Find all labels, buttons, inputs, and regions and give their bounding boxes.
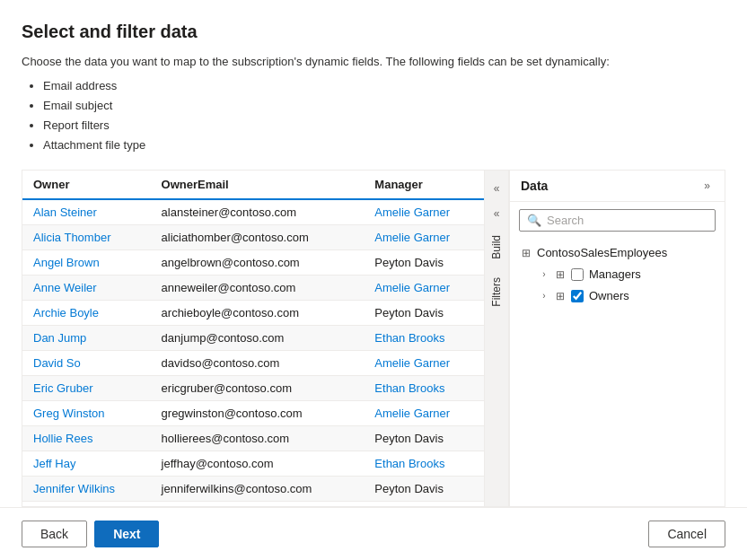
cell-owner: Anne Weiler — [22, 275, 151, 300]
build-tab[interactable]: Build — [487, 228, 506, 267]
search-icon: 🔍 — [527, 214, 541, 227]
managers-table-icon: ⊞ — [553, 267, 567, 282]
owner-link[interactable]: Archie Boyle — [33, 306, 99, 319]
cell-manager: Peyton Davis — [364, 476, 484, 501]
owner-link[interactable]: Eric Gruber — [33, 381, 92, 395]
data-panel-header: Data » — [510, 171, 725, 202]
owner-link[interactable]: Greg Winston — [33, 407, 104, 420]
tree-managers-item[interactable]: › ⊞ Managers — [528, 264, 725, 285]
dataset-label: ContosoSalesEmployees — [537, 246, 667, 259]
cell-owner: Jennifer Wilkins — [22, 476, 151, 501]
cell-email: jeffhay@contoso.com — [151, 451, 365, 476]
table-row[interactable]: Eric Gruberericgruber@contoso.comEthan B… — [22, 375, 484, 400]
table-row[interactable]: Hollie Reeshollierees@contoso.comPeyton … — [22, 425, 484, 451]
cell-manager: Amelie Garner — [364, 275, 484, 300]
managers-toggle[interactable]: › — [537, 267, 551, 282]
table-header-row: Owner OwnerEmail Manager — [22, 171, 484, 199]
back-button[interactable]: Back — [22, 521, 87, 547]
page-description: Choose the data you want to map to the s… — [22, 53, 725, 71]
owners-toggle[interactable]: › — [537, 289, 551, 303]
table-body: Alan Steineralansteiner@contoso.comAmeli… — [22, 199, 484, 502]
dataset-icon: ⊞ — [519, 246, 533, 260]
owners-table-icon: ⊞ — [553, 289, 567, 303]
managers-label: Managers — [589, 267, 641, 281]
cell-manager: Peyton Davis — [364, 249, 484, 275]
table-row[interactable]: David Sodavidso@contoso.comAmelie Garner — [22, 350, 484, 375]
table-row[interactable]: Jennifer Wilkinsjenniferwilkins@contoso.… — [22, 476, 484, 501]
filters-tab[interactable]: Filters — [487, 270, 506, 314]
data-panel-nav: » — [700, 178, 714, 194]
owner-link[interactable]: Alicia Thomber — [33, 231, 110, 244]
owner-link[interactable]: Dan Jump — [33, 331, 86, 345]
bullet-email-address: Email address — [43, 76, 725, 96]
bullet-email-subject: Email subject — [43, 96, 725, 116]
owners-label: Owners — [589, 289, 629, 302]
cell-owner: Dan Jump — [22, 325, 151, 350]
col-manager: Manager — [364, 171, 484, 199]
cell-manager: Amelie Garner — [364, 199, 484, 225]
tab-bar: « « Build Filters — [484, 171, 509, 506]
tree-owners-item[interactable]: › ⊞ Owners — [528, 285, 725, 307]
owner-link[interactable]: Jennifer Wilkins — [33, 482, 115, 495]
cell-email: alansteiner@contoso.com — [151, 199, 365, 225]
cell-owner: Alan Steiner — [22, 199, 151, 225]
data-panel: Data » 🔍 ⊞ ContosoSalesEmployees › ⊞ — [509, 171, 725, 506]
cell-manager: Amelie Garner — [364, 400, 484, 425]
owner-link[interactable]: Alan Steiner — [33, 206, 97, 219]
cell-owner: Archie Boyle — [22, 300, 151, 325]
cell-owner: Eric Gruber — [22, 375, 151, 400]
tree-area: ⊞ ContosoSalesEmployees › ⊞ Managers › ⊞ — [510, 239, 725, 506]
data-table: Owner OwnerEmail Manager Alan Steinerala… — [22, 171, 484, 502]
table-row[interactable]: Archie Boylearchieboyle@contoso.comPeyto… — [22, 300, 484, 325]
managers-checkbox[interactable] — [571, 268, 584, 281]
tree-children: › ⊞ Managers › ⊞ Owners — [510, 264, 725, 307]
page-title: Select and filter data — [22, 22, 725, 42]
main-area: Owner OwnerEmail Manager Alan Steinerala… — [22, 170, 725, 507]
collapse-table-btn[interactable]: « — [486, 178, 507, 199]
cell-owner: Greg Winston — [22, 400, 151, 425]
cell-email: jenniferwilkins@contoso.com — [151, 476, 365, 501]
col-owner: Owner — [22, 171, 151, 199]
footer-left: Back Next — [22, 521, 159, 547]
owner-link[interactable]: Jeff Hay — [33, 457, 75, 470]
next-button[interactable]: Next — [94, 521, 159, 547]
cell-email: davidso@contoso.com — [151, 350, 365, 375]
cell-email: ericgruber@contoso.com — [151, 375, 365, 400]
data-panel-expand-btn[interactable]: » — [700, 178, 714, 194]
cell-email: archieboyle@contoso.com — [151, 300, 365, 325]
table-row[interactable]: Jeff Hayjeffhay@contoso.comEthan Brooks — [22, 451, 484, 476]
bullet-report-filters: Report filters — [43, 116, 725, 136]
cell-manager: Peyton Davis — [364, 425, 484, 451]
table-scroll[interactable]: Owner OwnerEmail Manager Alan Steinerala… — [22, 171, 484, 502]
search-input[interactable] — [547, 214, 707, 227]
cell-email: aliciathomber@contoso.com — [151, 224, 365, 249]
table-row[interactable]: Angel Brownangelbrown@contoso.comPeyton … — [22, 249, 484, 275]
bullet-attachment-file-type: Attachment file type — [43, 136, 725, 155]
cell-owner: Angel Brown — [22, 249, 151, 275]
table-row[interactable]: Alan Steineralansteiner@contoso.comAmeli… — [22, 199, 484, 225]
owner-link[interactable]: Angel Brown — [33, 256, 100, 269]
cancel-button[interactable]: Cancel — [648, 521, 725, 547]
table-row[interactable]: Anne Weileranneweiler@contoso.comAmelie … — [22, 275, 484, 300]
cell-manager: Amelie Garner — [364, 350, 484, 375]
cell-email: hollierees@contoso.com — [151, 425, 365, 451]
cell-email: danjump@contoso.com — [151, 325, 365, 350]
table-row[interactable]: Dan Jumpdanjump@contoso.comEthan Brooks — [22, 325, 484, 350]
owner-link[interactable]: Anne Weiler — [33, 281, 97, 294]
owners-checkbox[interactable] — [571, 290, 584, 302]
cell-email: anneweiler@contoso.com — [151, 275, 365, 300]
cell-manager: Ethan Brooks — [364, 375, 484, 400]
cell-owner: Hollie Rees — [22, 425, 151, 451]
table-row[interactable]: Alicia Thomberaliciathomber@contoso.comA… — [22, 224, 484, 249]
collapse-filters-btn[interactable]: « — [486, 203, 507, 224]
search-box: 🔍 — [519, 209, 716, 232]
data-panel-title: Data — [521, 179, 548, 193]
table-panel: Owner OwnerEmail Manager Alan Steinerala… — [22, 171, 484, 506]
owner-link[interactable]: David So — [33, 356, 81, 370]
owner-link[interactable]: Hollie Rees — [33, 432, 92, 445]
tree-dataset-item[interactable]: ⊞ ContosoSalesEmployees — [510, 242, 725, 264]
col-owner-email: OwnerEmail — [151, 171, 365, 199]
cell-manager: Ethan Brooks — [364, 451, 484, 476]
cell-email: angelbrown@contoso.com — [151, 249, 365, 275]
table-row[interactable]: Greg Winstongregwinston@contoso.comAmeli… — [22, 400, 484, 425]
